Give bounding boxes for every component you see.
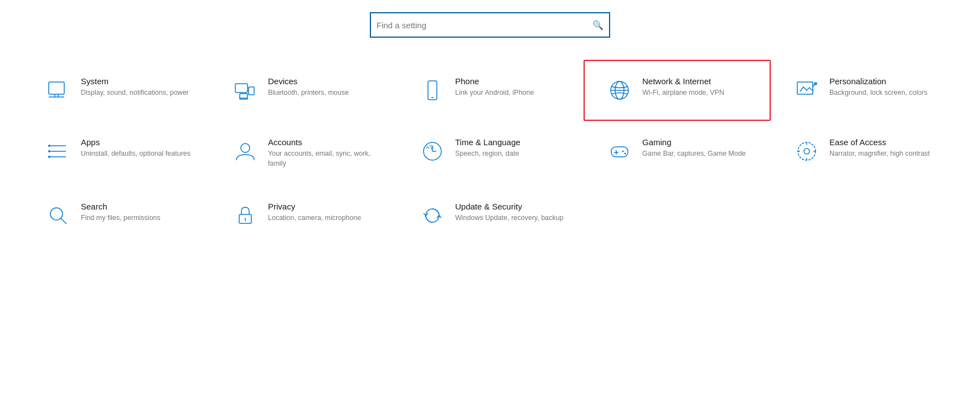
svg-line-40 — [61, 218, 66, 224]
setting-desc-system: Display, sound, notifications, power — [81, 88, 189, 98]
svg-point-20 — [48, 145, 50, 147]
svg-rect-0 — [49, 82, 64, 94]
setting-item-time[interactable]: A字Time & LanguageSpeech, region, date — [396, 121, 584, 185]
setting-desc-network: Wi-Fi, airplane mode, VPN — [642, 88, 724, 98]
setting-item-network[interactable]: Network & InternetWi-Fi, airplane mode, … — [584, 60, 771, 121]
setting-title-ease: Ease of Access — [829, 137, 930, 147]
setting-item-search[interactable]: SearchFind my files, permissions — [22, 185, 209, 246]
setting-item-phone[interactable]: PhoneLink your Android, iPhone — [396, 60, 584, 121]
network-icon — [607, 78, 632, 103]
setting-title-phone: Phone — [455, 76, 534, 86]
svg-point-33 — [798, 142, 816, 160]
setting-item-personalization[interactable]: PersonalizationBackground, lock screen, … — [771, 60, 958, 121]
search-input[interactable] — [376, 21, 592, 30]
search-bar[interactable]: 🔍 — [370, 12, 610, 38]
setting-title-apps: Apps — [81, 137, 190, 147]
setting-item-update[interactable]: Update & SecurityWindows Update, recover… — [396, 185, 584, 246]
svg-point-31 — [622, 151, 624, 152]
setting-desc-search: Find my files, permissions — [81, 213, 161, 223]
svg-point-21 — [48, 150, 50, 152]
gaming-icon — [607, 139, 632, 164]
svg-point-38 — [804, 149, 809, 154]
setting-desc-apps: Uninstall, defaults, optional features — [81, 149, 190, 159]
ease-icon — [794, 139, 819, 164]
setting-item-ease[interactable]: Ease of AccessNarrator, magnifier, high … — [771, 121, 958, 185]
search-icon — [45, 203, 71, 228]
svg-point-32 — [625, 153, 626, 155]
setting-desc-ease: Narrator, magnifier, high contrast — [829, 149, 930, 159]
setting-title-personalization: Personalization — [829, 76, 927, 86]
update-icon — [420, 203, 445, 228]
privacy-icon — [233, 203, 258, 228]
system-icon — [45, 78, 71, 103]
setting-desc-gaming: Game Bar, captures, Game Mode — [642, 149, 746, 159]
setting-title-privacy: Privacy — [268, 202, 361, 211]
setting-title-gaming: Gaming — [642, 137, 746, 147]
setting-title-accounts: Accounts — [268, 137, 379, 147]
setting-title-search: Search — [81, 202, 161, 211]
svg-rect-8 — [428, 81, 437, 100]
setting-title-network: Network & Internet — [642, 76, 724, 86]
svg-point-39 — [50, 208, 63, 220]
setting-desc-phone: Link your Android, iPhone — [455, 88, 534, 98]
setting-desc-accounts: Your accounts, email, sync, work, family — [268, 149, 379, 168]
svg-rect-6 — [249, 87, 254, 95]
setting-desc-privacy: Location, camera, microphone — [268, 213, 361, 223]
phone-icon — [420, 78, 445, 103]
setting-title-time: Time & Language — [455, 137, 520, 147]
settings-grid: SystemDisplay, sound, notifications, pow… — [0, 60, 980, 246]
setting-desc-update: Windows Update, recovery, backup — [455, 213, 564, 223]
setting-desc-devices: Bluetooth, printers, mouse — [268, 88, 349, 98]
setting-item-system[interactable]: SystemDisplay, sound, notifications, pow… — [22, 60, 209, 121]
setting-title-update: Update & Security — [455, 202, 564, 211]
setting-item-privacy[interactable]: PrivacyLocation, camera, microphone — [209, 185, 396, 246]
personalization-icon — [794, 78, 819, 103]
setting-item-accounts[interactable]: AccountsYour accounts, email, sync, work… — [209, 121, 396, 185]
setting-desc-time: Speech, region, date — [455, 149, 520, 159]
time-icon: A字 — [420, 139, 445, 164]
setting-item-devices[interactable]: DevicesBluetooth, printers, mouse — [209, 60, 396, 121]
setting-item-apps[interactable]: AppsUninstall, defaults, optional featur… — [22, 121, 209, 185]
svg-text:A字: A字 — [426, 145, 434, 150]
setting-title-system: System — [81, 76, 189, 86]
devices-icon — [233, 78, 258, 103]
svg-rect-4 — [235, 84, 247, 93]
setting-item-gaming[interactable]: GamingGame Bar, captures, Game Mode — [584, 121, 771, 185]
svg-point-22 — [48, 156, 50, 158]
apps-icon — [45, 139, 71, 164]
svg-point-23 — [241, 144, 250, 152]
accounts-icon — [233, 139, 258, 164]
setting-title-devices: Devices — [268, 76, 349, 86]
setting-desc-personalization: Background, lock screen, colors — [829, 88, 927, 98]
svg-rect-28 — [611, 147, 628, 157]
search-icon: 🔍 — [592, 20, 604, 30]
